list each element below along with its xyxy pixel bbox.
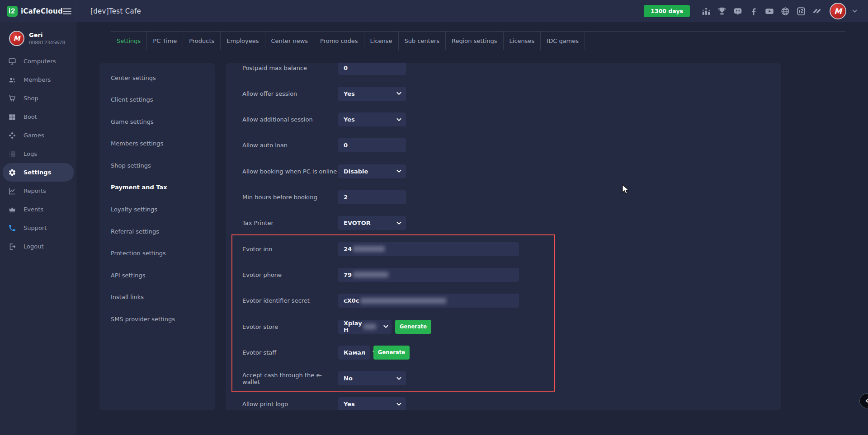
tab-sub-centers[interactable]: Sub centers: [399, 32, 446, 50]
tab-idc-games[interactable]: IDC games: [541, 32, 585, 50]
cart-icon: [8, 94, 16, 103]
tab-region-settings[interactable]: Region settings: [446, 32, 503, 50]
field-value: Камал: [344, 349, 365, 356]
tab-settings[interactable]: Settings: [111, 32, 147, 50]
settings-nav-game-settings[interactable]: Game settings: [111, 118, 154, 125]
settings-nav-payment-and-tax[interactable]: Payment and Tax: [111, 184, 167, 191]
select-allow-additional-session[interactable]: Yes: [338, 112, 406, 126]
chevron-left-icon: ‹: [865, 395, 868, 406]
form-row-allow-booking-when-pc-is-online: Allow booking when PC is onlineDisable: [242, 164, 774, 178]
user-id: 008812345678: [29, 40, 65, 45]
generate-button[interactable]: Generate: [395, 320, 431, 334]
layers-icon[interactable]: [812, 6, 822, 16]
tab-employees[interactable]: Employees: [221, 32, 265, 50]
redacted-blur: [353, 272, 388, 277]
menu-toggle-icon[interactable]: [63, 8, 71, 14]
settings-nav-referral-settings[interactable]: Referral settings: [111, 228, 159, 234]
select-accept-cash-through-the-e-wallet[interactable]: No: [338, 371, 406, 385]
field-label: Evotor phone: [242, 271, 338, 278]
field-value: cX0c: [344, 297, 359, 304]
select-allow-print-logo[interactable]: Yes: [338, 397, 406, 410]
sidebar-item-label: Logout: [24, 243, 44, 250]
field-value: 0: [344, 65, 348, 71]
tab-products[interactable]: Products: [183, 32, 221, 50]
tab-center-news[interactable]: Center news: [265, 32, 315, 50]
field-value: No: [344, 375, 353, 382]
tab-promo-codes[interactable]: Promo codes: [314, 32, 364, 50]
field-value: EVOTOR: [344, 220, 371, 226]
youtube-icon[interactable]: [764, 6, 774, 16]
ranking-icon[interactable]: [701, 6, 711, 16]
sidebar-item-reports[interactable]: Reports: [0, 182, 76, 200]
field-label: Tax Printer: [242, 220, 338, 226]
redacted-blur: [363, 324, 376, 329]
field-label: Allow auto loan: [242, 142, 338, 149]
sidebar-item-boot[interactable]: Boot: [0, 108, 76, 126]
icafecloud-icon[interactable]: [796, 6, 806, 16]
form-row-evotor-store: Evotor storeXplay HGenerate: [242, 319, 774, 334]
form-row-accept-cash-through-the-e-wallet: Accept cash through the e-walletNo: [242, 371, 774, 386]
days-badge[interactable]: 1300 days: [644, 5, 690, 17]
settings-form-panel: Postpaid max balance0Allow offer session…: [226, 63, 781, 410]
generate-button[interactable]: Generate: [373, 346, 410, 360]
tab-licenses[interactable]: Licenses: [504, 32, 541, 50]
input-allow-auto-loan[interactable]: 0: [338, 138, 406, 152]
user-avatar[interactable]: M: [830, 3, 846, 19]
sidebar-item-logs[interactable]: Logs: [0, 145, 76, 163]
tab-pc-time[interactable]: PC Time: [147, 32, 183, 50]
sidebar-item-support[interactable]: Support: [0, 219, 76, 237]
settings-nav-loyalty-settings[interactable]: Loyalty settings: [111, 206, 157, 213]
select-tax-printer[interactable]: EVOTOR: [338, 216, 406, 230]
sidebar-user-avatar: M: [9, 31, 24, 46]
sidebar-menu: ComputersMembersShopBootGamesLogsSetting…: [0, 52, 76, 256]
input-evotor-identifier-secret[interactable]: cX0c: [338, 294, 519, 308]
sidebar-item-logout[interactable]: Logout: [0, 237, 76, 256]
settings-nav-shop-settings[interactable]: Shop settings: [111, 162, 151, 168]
field-value: Xplay H: [344, 320, 362, 333]
tab-license[interactable]: License: [364, 32, 399, 50]
field-value: Yes: [344, 401, 355, 407]
sidebar-item-events[interactable]: Events: [0, 200, 76, 219]
sidebar-user-profile[interactable]: M Geri 008812345678: [9, 31, 65, 46]
settings-nav-center-settings[interactable]: Center settings: [111, 74, 156, 81]
discord-icon[interactable]: [733, 6, 743, 16]
page-title: [dev]Test Cafe: [90, 7, 141, 15]
form-row-postpaid-max-balance: Postpaid max balance0: [242, 63, 774, 75]
select-allow-booking-when-pc-is-online[interactable]: Disable: [338, 164, 406, 178]
input-evotor-phone[interactable]: 79: [338, 268, 519, 282]
facebook-icon[interactable]: [749, 6, 759, 16]
sidebar-item-shop[interactable]: Shop: [0, 89, 76, 108]
trophy-icon[interactable]: [717, 6, 727, 16]
settings-nav-protection-settings[interactable]: Protection settings: [111, 250, 166, 257]
sidebar-item-settings[interactable]: Settings: [3, 163, 74, 182]
field-value: Yes: [344, 116, 355, 123]
settings-nav-sms-provider-settings[interactable]: SMS provider settings: [111, 315, 175, 322]
select-evotor-staff[interactable]: Камал: [338, 346, 370, 360]
sidebar-item-members[interactable]: Members: [0, 70, 76, 89]
settings-nav-install-links[interactable]: Install links: [111, 294, 144, 300]
field-value: 79: [344, 271, 352, 278]
settings-nav-api-settings[interactable]: API settings: [111, 271, 146, 278]
sidebar-item-label: Events: [24, 206, 43, 213]
chevron-down-icon: [389, 377, 401, 380]
chevron-down-icon: [389, 221, 401, 225]
input-postpaid-max-balance[interactable]: 0: [338, 63, 406, 75]
redacted-blur: [360, 298, 446, 304]
globe-icon[interactable]: [780, 6, 790, 16]
select-allow-offer-session[interactable]: Yes: [338, 87, 406, 101]
field-label: Postpaid max balance: [242, 65, 338, 71]
avatar-letter: M: [14, 34, 20, 42]
sidebar-item-label: Logs: [24, 150, 37, 157]
field-value: Disable: [344, 168, 368, 175]
sidebar-item-label: Settings: [24, 169, 51, 176]
input-evotor-inn[interactable]: 24: [338, 242, 519, 256]
sidebar-item-games[interactable]: Games: [0, 126, 76, 145]
settings-nav-client-settings[interactable]: Client settings: [111, 96, 153, 103]
sidebar-item-computers[interactable]: Computers: [0, 52, 76, 70]
sidebar-item-label: Support: [24, 225, 47, 231]
chevron-down-icon[interactable]: [852, 9, 857, 13]
input-min-hours-before-booking[interactable]: 2: [338, 190, 406, 204]
settings-nav-members-settings[interactable]: Members settings: [111, 140, 163, 147]
select-evotor-store[interactable]: Xplay H: [338, 320, 392, 334]
app-logo[interactable]: iCafeCloud: [7, 6, 63, 17]
